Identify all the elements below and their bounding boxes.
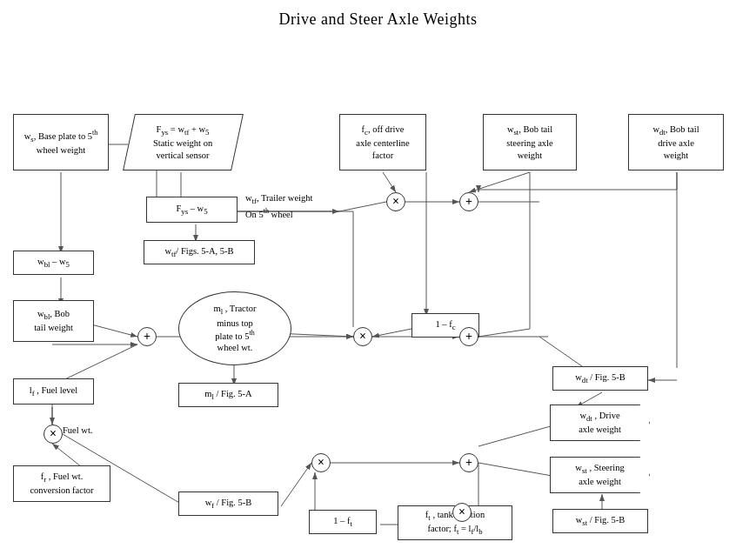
trailer-weight-label: wtf, Trailer weightOn 5th wheel — [245, 192, 312, 222]
diagram-area: ws, Base plate to 5th wheel weight Fys =… — [0, 64, 756, 555]
wtf-figs-box: wtf/ Figs. 5-A, 5-B — [144, 240, 255, 264]
wbl-minus-w5-label: wbl – w5 — [37, 256, 70, 270]
svg-line-38 — [478, 425, 557, 446]
wdt-fig5b-box: wdt / Fig. 5-B — [552, 366, 648, 391]
svg-line-14 — [469, 172, 530, 192]
off-drive-box: fc, off driveaxle centerlinefactor — [339, 114, 426, 171]
svg-line-21 — [372, 328, 416, 337]
steering-axle-weight-box: wst , Steeringaxle weight — [550, 457, 650, 493]
drive-axle-weight-label: wdt , Driveaxle weight — [579, 410, 621, 436]
fys-minus-w5-box: Fys – w5 — [146, 197, 238, 223]
steering-axle-weight-label: wst , Steeringaxle weight — [575, 462, 624, 488]
multiply-operator-3: × — [43, 425, 63, 444]
svg-line-10 — [339, 202, 386, 211]
one-minus-ft-box: 1 – ft — [309, 510, 377, 534]
drive-axle-weight-box: wdt , Driveaxle weight — [550, 405, 650, 441]
fuel-wt-label: Fuel wt. — [63, 425, 92, 435]
bob-tail-drive-label: wdt, Bob taildrive axleweight — [652, 124, 699, 162]
svg-line-42 — [478, 329, 530, 337]
add-operator-4: + — [459, 453, 478, 472]
svg-line-12 — [383, 172, 396, 192]
fuel-level-label: lf , Fuel level — [30, 384, 77, 398]
wbl-minus-w5-box: wbl – w5 — [13, 251, 94, 275]
multiply-operator-4: × — [311, 453, 331, 472]
fuel-conv-label: fr , Fuel wt.conversion factor — [30, 471, 93, 497]
add-operator-1: + — [459, 192, 478, 211]
ml-fig5a-box: ml / Fig. 5-A — [178, 383, 278, 407]
tractor-minus-box: ml , Tractorminus topplate to 5thwheel w… — [178, 291, 291, 365]
svg-line-37 — [478, 463, 557, 477]
tractor-minus-label: ml , Tractorminus topplate to 5thwheel w… — [214, 303, 257, 354]
wbl-bob-tail-label: wbl, Bobtail weight — [34, 308, 73, 334]
fuel-level-box: lf , Fuel level — [13, 378, 94, 405]
base-plate-box: ws, Base plate to 5th wheel weight — [13, 114, 109, 171]
fys-minus-w5-label: Fys – w5 — [176, 203, 207, 217]
static-weight-box: Fys = wtf + w5Static weight onvertical s… — [123, 114, 244, 171]
base-plate-label: ws, Base plate to 5th wheel weight — [18, 129, 104, 157]
diagram-title: Drive and Steer Axle Weights — [0, 0, 756, 29]
wbl-bob-tail-box: wbl, Bobtail weight — [13, 300, 94, 342]
fuel-conv-box: fr , Fuel wt.conversion factor — [13, 465, 110, 502]
one-minus-fc-label: 1 – fc — [435, 318, 455, 332]
multiply-operator-5: × — [452, 503, 472, 522]
svg-line-33 — [281, 463, 311, 506]
diagram-container: Drive and Steer Axle Weights — [0, 0, 756, 555]
wst-fig5b-box: wst / Fig. 5-B — [552, 509, 648, 533]
add-operator-3: + — [459, 327, 478, 346]
wf-fig5b-label: wf / Fig. 5-B — [205, 497, 252, 511]
wst-fig5b-label: wst / Fig. 5-B — [576, 514, 626, 528]
multiply-operator-2: × — [353, 327, 372, 346]
wdt-fig5b-label: wdt / Fig. 5-B — [575, 371, 626, 385]
bob-tail-steer-label: wst, Bob tailsteering axleweight — [506, 124, 552, 162]
off-drive-label: fc, off driveaxle centerlinefactor — [356, 124, 410, 162]
static-weight-label: Fys = wtf + w5Static weight onvertical s… — [153, 124, 212, 162]
ml-fig5a-label: ml / Fig. 5-A — [204, 388, 251, 402]
wf-fig5b-box: wf / Fig. 5-B — [178, 491, 278, 516]
svg-line-4 — [91, 324, 137, 337]
bob-tail-drive-box: wdt, Bob taildrive axleweight — [628, 114, 724, 171]
add-operator-2: + — [137, 327, 157, 346]
bob-tail-steer-box: wst, Bob tailsteering axleweight — [483, 114, 577, 171]
multiply-operator-1: × — [386, 192, 405, 211]
one-minus-ft-label: 1 – ft — [333, 515, 352, 529]
wtf-figs-label: wtf/ Figs. 5-A, 5-B — [164, 245, 233, 259]
